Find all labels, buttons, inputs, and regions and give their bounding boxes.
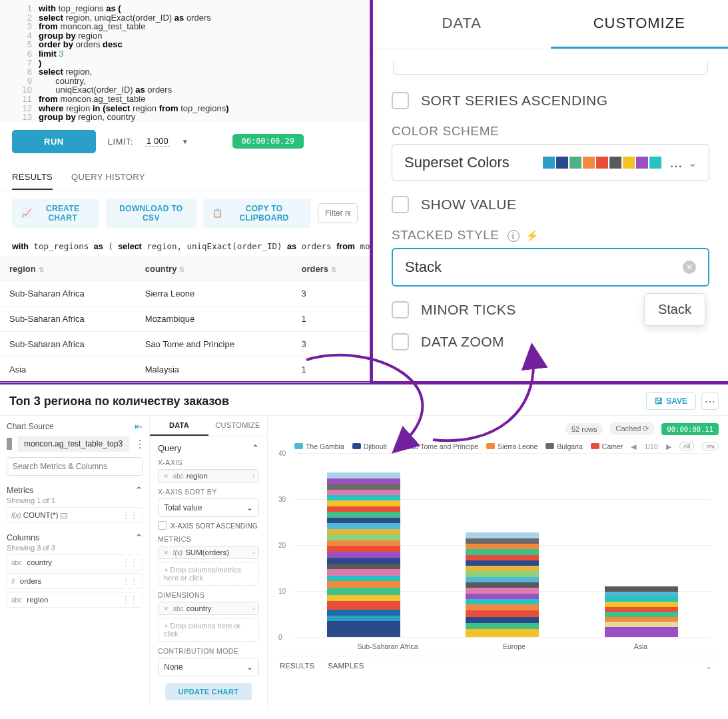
remove-icon[interactable]: × [162,548,171,556]
limit-caret-icon[interactable]: ▼ [182,138,188,145]
chart-column: 52 rows Cached ⟳ 00:00:00.11 The GambiaD… [268,416,728,707]
filter-results-input[interactable] [318,203,358,223]
table-row: Sub-Saharan AfricaMozambique1 [0,306,370,331]
legend-item[interactable]: Bulgaria [546,442,583,450]
mid-tab-data[interactable]: DATA [150,416,208,436]
tab-query-history[interactable]: QUERY HISTORY [71,165,145,190]
chart-tab-results[interactable]: RESULTS [280,662,314,671]
chart-builder-panel: Топ 3 региона по количеству заказов 🖫SAV… [0,384,728,719]
table-row: AsiaMalaysia1 [0,357,370,382]
column-item[interactable]: abc region⋮⋮ [7,592,143,608]
query-section-header[interactable]: Query⌃ [158,443,259,453]
datasource-chip[interactable]: moncon.ag_test_table_top3 [17,436,129,452]
xaxis-asc-checkbox[interactable] [158,521,167,530]
legend-next-icon[interactable]: ▶ [666,442,671,450]
legend-all[interactable]: All [679,442,695,450]
metric-pill[interactable]: ×f(x)SUM(orders)› [158,546,259,559]
bar-Sub-Saharan Africa[interactable] [327,472,400,637]
bar-Asia[interactable] [605,586,678,637]
cached-pill[interactable]: Cached ⟳ [609,422,655,435]
create-chart-button[interactable]: 📈CREATE CHART [12,199,99,228]
results-table: region⇅country⇅orders⇅ Sub-Saharan Afric… [0,257,370,382]
metric-item[interactable]: f(x) COUNT(*) ⋮⋮ [7,507,143,523]
stacked-dropdown-option[interactable]: Stack [644,293,705,326]
mid-tab-customize[interactable]: CUSTOMIZE [208,416,267,436]
sort-series-checkbox[interactable] [392,92,409,109]
show-value-row: SHOW VALUE [392,196,709,213]
chart-canvas[interactable]: 010203040Sub-Saharan AfricaEuropeAsia [294,453,719,653]
rows-pill: 52 rows [565,423,603,435]
clear-icon[interactable]: ✕ [683,261,696,274]
ellipsis-icon: … [669,155,683,171]
show-value-checkbox[interactable] [392,196,409,213]
xaxis-pill[interactable]: ×abcregion› [158,469,259,482]
color-scheme-select[interactable]: Superset Colors … ⌄ [392,144,709,181]
remove-icon[interactable]: × [162,604,171,612]
legend-item[interactable]: Camer [591,442,623,450]
tab-results[interactable]: RESULTS [12,165,53,190]
contribution-select[interactable]: None⌄ [158,658,259,676]
data-zoom-row: DATA ZOOM [392,333,709,351]
xaxis-sort-label: X-AXIS SORT BY [158,488,259,496]
more-button[interactable]: ⋯ [701,392,719,410]
legend-pager: 1/10 [644,442,657,450]
tab-customize[interactable]: CUSTOMIZE [551,0,729,49]
metrics-group-header[interactable]: Metrics⌃ [7,485,143,495]
xaxis-sort-select[interactable]: Total value⌄ [158,498,259,517]
legend-item[interactable]: Djibouti [352,442,387,450]
dimensions-dropzone[interactable]: + Drop columns here or click [158,618,259,642]
chart-exec-time: 00:00:00.11 [661,423,719,435]
chart-tab-samples[interactable]: SAMPLES [328,662,364,671]
columns-group-header[interactable]: Columns⌃ [7,532,143,542]
code-editor[interactable]: 12345678910111213 with top_regions as (s… [0,0,370,122]
customize-tabs: DATA CUSTOMIZE [373,0,728,49]
col-orders[interactable]: orders⇅ [292,257,370,281]
exec-time-pill: 00:00:00.29 [232,134,304,149]
chart-title[interactable]: Топ 3 региона по количеству заказов [9,394,229,408]
customize-panel: DATA CUSTOMIZE SORT SERIES ASCENDING COL… [373,0,728,384]
chart-source-label: Chart Source [7,422,54,431]
stacked-style-value: Stack [405,259,442,276]
metrics-dropzone[interactable]: + Drop columns/metrics here or click [158,562,259,586]
dimension-pill[interactable]: ×abccountry› [158,602,259,615]
legend-prev-icon[interactable]: ◀ [631,442,636,450]
collapse-icon[interactable]: ⇤ [135,421,143,432]
limit-value[interactable]: 1 000 [145,136,170,147]
color-scheme-label: COLOR SCHEME [392,124,709,139]
minor-ticks-label: MINOR TICKS [421,302,516,318]
tab-data[interactable]: DATA [373,0,551,49]
legend-item[interactable]: Sierra Leone [486,442,538,450]
bar-Europe[interactable] [466,532,539,637]
save-icon: 🖫 [655,396,663,406]
legend-inv[interactable]: Inv [702,442,719,450]
info-icon[interactable]: i [508,230,520,242]
chevron-right-icon: › [252,472,255,480]
datasource-column: Chart Source ⇤ moncon.ag_test_table_top3… [0,416,150,707]
legend-item[interactable]: The Gambia [294,442,344,450]
download-csv-button[interactable]: DOWNLOAD TO CSV [106,199,196,228]
chevron-down-icon[interactable]: ⌄ [705,662,719,671]
stacked-style-select[interactable]: Stack ✕ [392,248,709,287]
save-button[interactable]: 🖫SAVE [646,392,696,410]
result-tabs: RESULTS QUERY HISTORY [0,165,370,191]
copy-clipboard-button[interactable]: 📋COPY TO CLIPBOARD [203,199,311,228]
column-item[interactable]: # orders⋮⋮ [7,573,143,589]
columns-showing: Showing 3 of 3 [7,544,143,552]
minor-ticks-checkbox[interactable] [392,301,409,319]
search-metrics-input[interactable] [7,457,143,476]
xaxis-label: X-AXIS [158,458,259,466]
run-button[interactable]: RUN [12,130,96,153]
remove-icon[interactable]: × [162,472,171,480]
data-zoom-checkbox[interactable] [392,333,409,351]
chart-result-tabs: RESULTS SAMPLES ⌄ [277,656,719,671]
column-item[interactable]: abc country⋮⋮ [7,554,143,570]
prev-control-bottom [393,61,708,75]
col-country[interactable]: country⇅ [136,257,292,281]
limit-label: LIMIT: [108,137,133,147]
chart-icon: 📈 [21,209,31,218]
col-region[interactable]: region⇅ [0,257,136,281]
datasource-menu-icon[interactable]: ⋮ [135,438,145,450]
chevron-right-icon: › [252,548,255,556]
update-chart-button[interactable]: UPDATE CHART [165,683,252,700]
legend-item[interactable]: Sao Tome and Principe [395,442,478,450]
